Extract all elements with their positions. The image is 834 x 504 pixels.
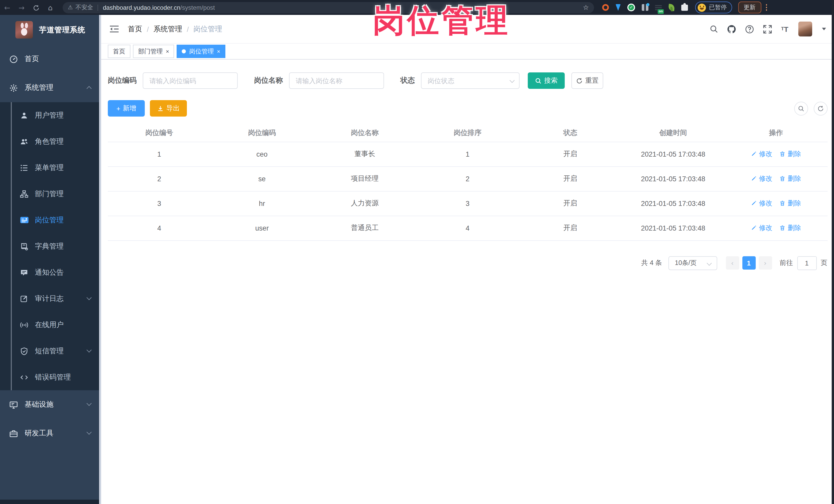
github-icon[interactable] — [727, 24, 737, 34]
sidebar-item-audit-logs[interactable]: 审计日志 — [0, 285, 101, 312]
tab-label: 首页 — [113, 47, 125, 56]
profile-paused-badge[interactable]: 已暂停 — [695, 2, 732, 13]
prev-page-button[interactable]: ‹ — [726, 256, 739, 269]
bookmark-star-icon[interactable]: ☆ — [583, 4, 589, 11]
edit-link[interactable]: 修改 — [751, 149, 772, 159]
toggle-search-icon[interactable] — [794, 102, 808, 115]
browser-back-icon[interactable]: ← — [0, 3, 14, 12]
sidebar-collapse-bar[interactable] — [0, 499, 99, 504]
avatar-caret-icon[interactable] — [822, 28, 826, 30]
extension-pin-icon[interactable] — [616, 4, 621, 11]
gear-icon — [9, 83, 18, 92]
paused-label: 已暂停 — [709, 4, 727, 11]
post-code-label: 岗位编码 — [108, 76, 136, 85]
cell-post-sort: 2 — [416, 167, 519, 191]
extension-grid-icon[interactable] — [642, 4, 649, 11]
cell-post-sort: 3 — [416, 191, 519, 216]
online-signal-icon — [20, 320, 29, 329]
next-page-button[interactable]: › — [759, 256, 772, 269]
delete-link[interactable]: 删除 — [780, 174, 801, 183]
window-scrollbar[interactable] — [832, 0, 834, 504]
search-button[interactable]: 搜索 — [528, 72, 565, 89]
help-question-icon[interactable] — [745, 24, 754, 34]
page-size-select[interactable]: 10条/页 — [668, 256, 717, 270]
goto-page-input[interactable] — [797, 256, 816, 270]
sidebar-scrollbar[interactable] — [99, 15, 101, 504]
sidebar-item-label: 短信管理 — [35, 346, 64, 356]
edit-link[interactable]: 修改 — [751, 223, 772, 233]
browser-home-icon[interactable]: ⌂ — [43, 3, 58, 12]
url-domain: dashboard.yudao.iocoder.cn — [103, 4, 180, 11]
close-icon[interactable]: × — [217, 48, 220, 54]
browser-reload-icon[interactable] — [29, 3, 43, 12]
org-tree-icon — [20, 189, 29, 198]
cell-post-name: 项目经理 — [313, 167, 416, 191]
app-logo[interactable]: 芋道管理系统 — [0, 15, 101, 45]
cell-post-code: se — [211, 167, 313, 191]
column-header: 岗位名称 — [313, 125, 416, 142]
font-size-icon[interactable]: TT — [781, 25, 788, 32]
sidebar-item-online-users[interactable]: 在线用户 — [0, 312, 101, 338]
delete-link[interactable]: 删除 — [780, 149, 801, 159]
sidebar-item-posts[interactable]: 岗位管理 — [0, 207, 101, 233]
browser-address-bar[interactable]: ⚠ 不安全 dashboard.yudao.iocoder.cn /system… — [63, 2, 594, 13]
cell-post-code: hr — [211, 191, 313, 216]
pagination-total: 共 4 条 — [641, 258, 662, 267]
browser-forward-icon[interactable]: → — [14, 3, 29, 12]
cell-created: 2021-01-05 17:03:48 — [622, 167, 724, 191]
sidebar-item-system[interactable]: 系统管理 — [0, 73, 101, 102]
extension-on-badge-icon[interactable]: on — [655, 5, 662, 10]
export-button[interactable]: 导出 — [150, 100, 187, 116]
sidebar-fold-icon[interactable] — [109, 25, 119, 33]
sidebar-item-home[interactable]: 首页 — [0, 45, 101, 73]
post-card-icon — [20, 215, 29, 225]
edit-link[interactable]: 修改 — [751, 199, 772, 208]
reset-button[interactable]: 重置 — [571, 72, 603, 89]
sidebar-item-label: 角色管理 — [35, 137, 64, 146]
cell-post-code: user — [211, 216, 313, 240]
page-number-button[interactable]: 1 — [742, 256, 755, 269]
add-button[interactable]: + 新增 — [108, 100, 145, 116]
sidebar-item-dict[interactable]: 字典管理 — [0, 233, 101, 259]
sidebar-item-error-codes[interactable]: 错误码管理 — [0, 364, 101, 390]
search-icon[interactable] — [710, 25, 719, 34]
breadcrumb-item-system[interactable]: 系统管理 — [154, 24, 182, 34]
refresh-icon[interactable] — [813, 102, 827, 115]
breadcrumb-item-home[interactable]: 首页 — [128, 24, 142, 34]
column-header: 状态 — [519, 125, 622, 142]
sidebar-item-departments[interactable]: 部门管理 — [0, 181, 101, 207]
extension-ring-icon[interactable] — [602, 4, 609, 11]
annotation-overlay-text: 岗位管理 — [373, 2, 510, 40]
post-name-input[interactable] — [289, 72, 384, 89]
sidebar-item-menus[interactable]: 菜单管理 — [0, 155, 101, 181]
fullscreen-icon[interactable] — [763, 24, 772, 34]
user-avatar[interactable] — [798, 22, 812, 37]
post-code-input[interactable] — [143, 72, 238, 89]
sidebar-item-roles[interactable]: 角色管理 — [0, 128, 101, 155]
browser-menu-icon[interactable] — [766, 4, 767, 11]
sidebar-item-users[interactable]: 用户管理 — [0, 102, 101, 128]
status-select[interactable] — [421, 72, 520, 89]
sidebar-item-dev-tools[interactable]: 研发工具 — [0, 419, 101, 448]
browser-update-button[interactable]: 更新 — [738, 2, 761, 13]
sidebar-item-sms[interactable]: 短信管理 — [0, 338, 101, 364]
sidebar-item-notices[interactable]: 通知公告 — [0, 259, 101, 285]
edit-link[interactable]: 修改 — [751, 174, 772, 183]
delete-link[interactable]: 删除 — [780, 199, 801, 208]
tab-posts[interactable]: 岗位管理 × — [177, 45, 225, 58]
posts-table: 岗位编号 岗位编码 岗位名称 岗位排序 状态 创建时间 操作 1 ceo 董事长 — [108, 125, 827, 241]
tab-departments[interactable]: 部门管理 × — [133, 45, 174, 58]
extension-check-icon[interactable] — [627, 4, 635, 11]
close-icon[interactable]: × — [166, 48, 169, 54]
sidebar-item-infrastructure[interactable]: 基础设施 — [0, 390, 101, 419]
cell-actions: 修改删除 — [724, 167, 827, 191]
profile-avatar-emoji — [698, 3, 706, 12]
screen: ← → ⌂ ⚠ 不安全 dashboard.yudao.iocoder.cn /… — [0, 0, 834, 504]
column-header: 岗位排序 — [416, 125, 519, 142]
chevron-down-icon — [87, 430, 92, 435]
delete-link[interactable]: 删除 — [780, 223, 801, 233]
extension-plant-icon[interactable] — [668, 4, 675, 11]
tab-home[interactable]: 首页 — [108, 45, 130, 58]
sidebar: 芋道管理系统 首页 系统管理 用户管理 — [0, 15, 101, 504]
extension-puzzle-icon[interactable] — [681, 4, 688, 10]
